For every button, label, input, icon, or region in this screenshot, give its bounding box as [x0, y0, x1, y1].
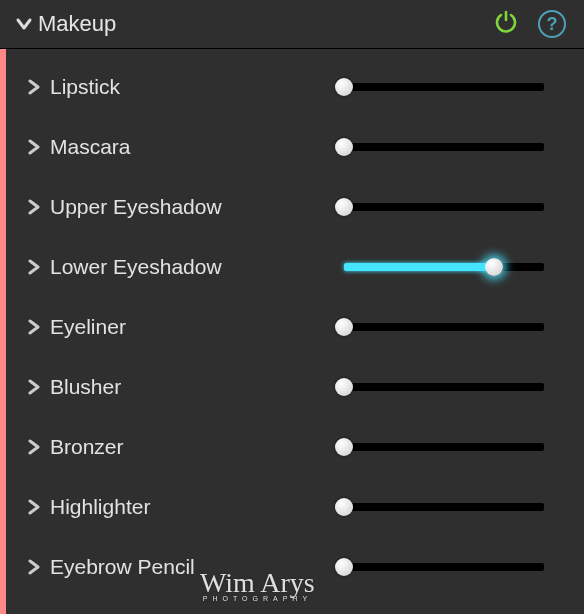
- slider-list: LipstickMascaraUpper EyeshadowLower Eyes…: [0, 49, 584, 614]
- panel-header[interactable]: Makeup ?: [0, 0, 584, 49]
- slider-row: Eyebrow Pencil: [6, 537, 584, 597]
- slider-track[interactable]: [344, 563, 544, 571]
- slider-label[interactable]: Highlighter: [50, 495, 344, 519]
- slider-track[interactable]: [344, 503, 544, 511]
- slider-thumb[interactable]: [335, 318, 353, 336]
- panel-title: Makeup: [38, 11, 492, 37]
- slider-label[interactable]: Mascara: [50, 135, 344, 159]
- slider-thumb[interactable]: [335, 198, 353, 216]
- slider-thumb[interactable]: [335, 498, 353, 516]
- chevron-right-icon[interactable]: [22, 79, 46, 95]
- chevron-right-icon[interactable]: [22, 259, 46, 275]
- slider-label[interactable]: Bronzer: [50, 435, 344, 459]
- chevron-right-icon[interactable]: [22, 499, 46, 515]
- slider-row: Bronzer: [6, 417, 584, 477]
- slider-track[interactable]: [344, 263, 544, 271]
- slider-track[interactable]: [344, 443, 544, 451]
- chevron-right-icon[interactable]: [22, 439, 46, 455]
- slider[interactable]: [344, 323, 564, 331]
- slider-track[interactable]: [344, 383, 544, 391]
- slider-thumb[interactable]: [335, 378, 353, 396]
- slider-label[interactable]: Blusher: [50, 375, 344, 399]
- slider-thumb[interactable]: [335, 78, 353, 96]
- slider-row: Mascara: [6, 117, 584, 177]
- slider-row: Lower Eyeshadow: [6, 237, 584, 297]
- slider-row: Highlighter: [6, 477, 584, 537]
- slider[interactable]: [344, 443, 564, 451]
- slider-label[interactable]: Lipstick: [50, 75, 344, 99]
- chevron-right-icon[interactable]: [22, 139, 46, 155]
- slider[interactable]: [344, 383, 564, 391]
- power-icon[interactable]: [492, 8, 520, 40]
- slider[interactable]: [344, 563, 564, 571]
- slider-label[interactable]: Upper Eyeshadow: [50, 195, 344, 219]
- slider-row: Eyeliner: [6, 297, 584, 357]
- header-icons: ?: [492, 8, 574, 40]
- slider-label[interactable]: Eyeliner: [50, 315, 344, 339]
- slider-thumb[interactable]: [335, 438, 353, 456]
- chevron-right-icon[interactable]: [22, 559, 46, 575]
- slider-track[interactable]: [344, 323, 544, 331]
- slider[interactable]: [344, 203, 564, 211]
- help-icon[interactable]: ?: [538, 10, 566, 38]
- chevron-right-icon[interactable]: [22, 199, 46, 215]
- slider-label[interactable]: Lower Eyeshadow: [50, 255, 344, 279]
- chevron-right-icon[interactable]: [22, 319, 46, 335]
- slider-track[interactable]: [344, 203, 544, 211]
- slider[interactable]: [344, 503, 564, 511]
- slider-label[interactable]: Eyebrow Pencil: [50, 555, 344, 579]
- chevron-right-icon[interactable]: [22, 379, 46, 395]
- slider-thumb[interactable]: [335, 138, 353, 156]
- slider[interactable]: [344, 83, 564, 91]
- chevron-down-icon[interactable]: [10, 14, 38, 34]
- slider-thumb[interactable]: [335, 558, 353, 576]
- makeup-panel: Makeup ? LipstickMascaraUpper EyeshadowL…: [0, 0, 584, 614]
- slider-row: Blusher: [6, 357, 584, 417]
- slider-row: Upper Eyeshadow: [6, 177, 584, 237]
- slider-track[interactable]: [344, 83, 544, 91]
- slider[interactable]: [344, 143, 564, 151]
- slider-track[interactable]: [344, 143, 544, 151]
- slider-thumb[interactable]: [485, 258, 503, 276]
- slider-fill: [344, 263, 494, 271]
- slider[interactable]: [344, 263, 564, 271]
- slider-row: Lipstick: [6, 57, 584, 117]
